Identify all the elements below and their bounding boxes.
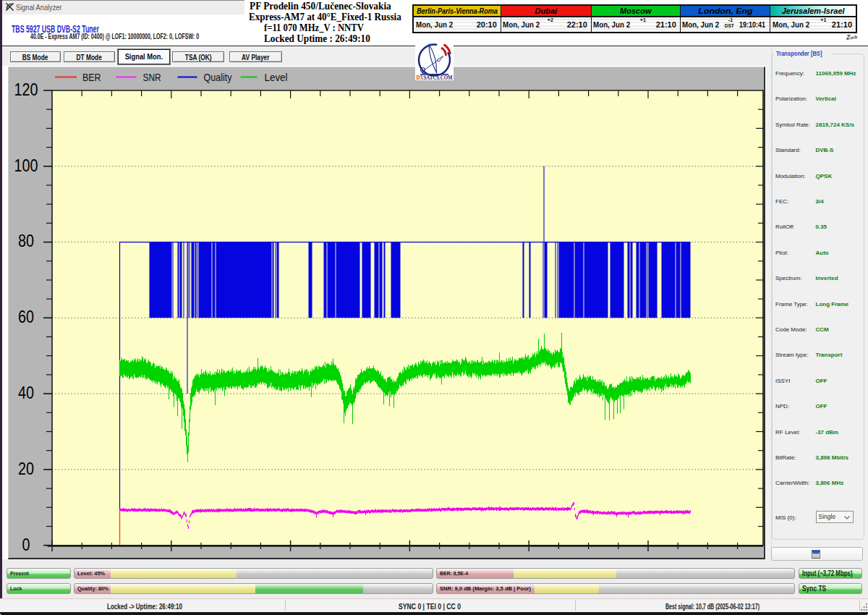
svg-text:Quality: Quality [203, 71, 232, 82]
svg-text:80: 80 [18, 231, 34, 250]
svg-text:0: 0 [22, 534, 30, 554]
svg-text:120: 120 [14, 79, 38, 98]
svg-text:20: 20 [18, 458, 34, 478]
svg-text:Level: Level [264, 71, 287, 82]
svg-text:BER: BER [82, 71, 101, 82]
svg-text:40: 40 [18, 382, 34, 402]
svg-text:SNR: SNR [142, 71, 161, 82]
svg-text:100: 100 [14, 155, 38, 174]
svg-text:60: 60 [18, 307, 34, 326]
svg-text:DXSATCS.COM: DXSATCS.COM [417, 74, 453, 80]
